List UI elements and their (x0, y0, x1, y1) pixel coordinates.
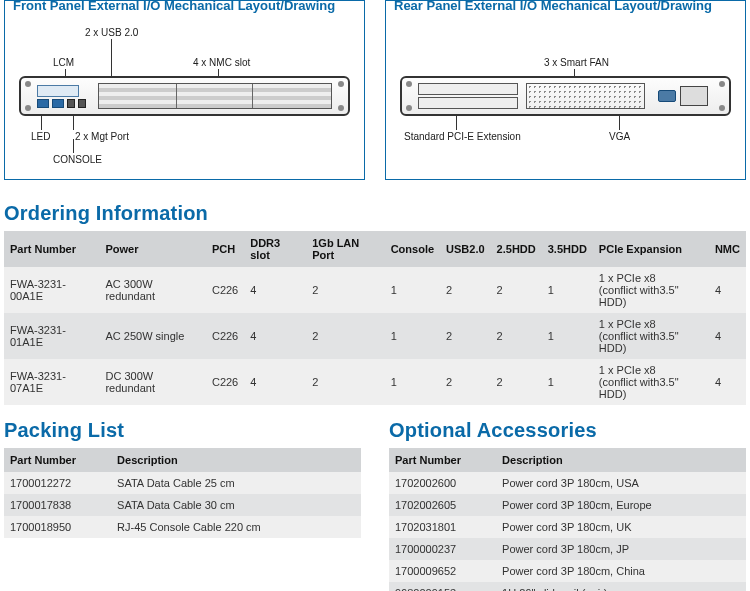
label-usb: 2 x USB 2.0 (85, 27, 138, 38)
ordering-cell: FWA-3231-01A1E (4, 313, 99, 359)
ordering-cell: 1 (542, 313, 593, 359)
accessories-cell: Power cord 3P 180cm, USA (496, 472, 746, 494)
label-led: LED (31, 131, 50, 142)
ordering-cell: C226 (206, 313, 244, 359)
table-row: 1700018950RJ-45 Console Cable 220 cm (4, 516, 361, 538)
ordering-cell: 2 (306, 359, 384, 405)
label-mgt: 2 x Mgt Port (75, 131, 129, 142)
fan-area-icon (526, 83, 645, 109)
screw-icon (406, 105, 412, 111)
col-header: Part Number (389, 448, 496, 472)
ordering-cell: 2 (491, 313, 542, 359)
screw-icon (338, 81, 344, 87)
ordering-cell: 4 (709, 313, 746, 359)
ordering-cell: FWA-3231-00A1E (4, 267, 99, 313)
usb-port-icon (78, 99, 86, 108)
packing-table: Part NumberDescription 1700012272SATA Da… (4, 448, 361, 538)
ordering-cell: 4 (244, 359, 306, 405)
ordering-cell: 2 (306, 313, 384, 359)
mgmt-port-icon (37, 99, 49, 108)
ordering-cell: 4 (709, 267, 746, 313)
accessories-cell: 1702002605 (389, 494, 496, 516)
ordering-cell: C226 (206, 359, 244, 405)
packing-cell: SATA Data Cable 30 cm (111, 494, 361, 516)
callout-line (73, 139, 74, 153)
accessories-cell: 1700009652 (389, 560, 496, 582)
accessories-cell: Power cord 3P 180cm, JP (496, 538, 746, 560)
nmc-slots-icon (98, 83, 332, 109)
table-row: 1700000237Power cord 3P 180cm, JP (389, 538, 746, 560)
ordering-cell: AC 250W single (99, 313, 205, 359)
table-row: FWA-3231-01A1EAC 250W singleC2264212211 … (4, 313, 746, 359)
packing-cell: 1700017838 (4, 494, 111, 516)
col-header: DDR3 slot (244, 231, 306, 267)
mgmt-port-icon (52, 99, 64, 108)
packing-cell: SATA Data Cable 25 cm (111, 472, 361, 494)
callout-line (111, 39, 112, 77)
screw-icon (338, 105, 344, 111)
col-header: Part Number (4, 231, 99, 267)
table-row: FWA-3231-07A1EDC 300W redundantC22642122… (4, 359, 746, 405)
ordering-cell: 1 (385, 359, 440, 405)
packing-heading: Packing List (4, 419, 365, 442)
ordering-heading: Ordering Information (4, 202, 750, 225)
accessories-cell: 1702031801 (389, 516, 496, 538)
rear-right-ports (653, 83, 713, 109)
rear-panel-box: Rear Panel External I/O Mechanical Layou… (385, 0, 746, 180)
ordering-cell: 2 (306, 267, 384, 313)
ordering-cell: 1 x PCIe x8(conflict with3.5" HDD) (593, 313, 709, 359)
ordering-cell: 4 (244, 267, 306, 313)
packing-cell: 1700012272 (4, 472, 111, 494)
pcie-slots (418, 83, 518, 109)
col-header: 2.5HDD (491, 231, 542, 267)
callout-line (41, 116, 42, 130)
accessories-cell: Power cord 3P 180cm, UK (496, 516, 746, 538)
accessories-cell: Power cord 3P 180cm, China (496, 560, 746, 582)
table-row: 1702031801Power cord 3P 180cm, UK (389, 516, 746, 538)
ordering-cell: 2 (440, 359, 491, 405)
packing-cell: 1700018950 (4, 516, 111, 538)
accessories-cell: 1702002600 (389, 472, 496, 494)
ordering-cell: 1 (385, 313, 440, 359)
screw-icon (25, 81, 31, 87)
ordering-cell: 2 (491, 267, 542, 313)
ordering-cell: 2 (491, 359, 542, 405)
ordering-cell: AC 300W redundant (99, 267, 205, 313)
screw-icon (719, 81, 725, 87)
ordering-cell: 4 (709, 359, 746, 405)
col-header: 3.5HDD (542, 231, 593, 267)
pcie-slot-icon (418, 97, 518, 109)
label-nmc: 4 x NMC slot (193, 57, 250, 68)
callout-line (456, 116, 457, 130)
accessories-cell: 9680009153 (389, 582, 496, 591)
col-header: PCIe Expansion (593, 231, 709, 267)
rear-panel-title: Rear Panel External I/O Mechanical Layou… (394, 0, 737, 13)
callout-line (619, 116, 620, 130)
table-row: 1700017838SATA Data Cable 30 cm (4, 494, 361, 516)
ordering-cell: C226 (206, 267, 244, 313)
table-row: 1702002605Power cord 3P 180cm, Europe (389, 494, 746, 516)
psu-icon (680, 86, 708, 106)
screw-icon (406, 81, 412, 87)
ordering-cell: 2 (440, 313, 491, 359)
pcie-slot-icon (418, 83, 518, 95)
ordering-cell: 1 x PCIe x8(conflict with3.5" HDD) (593, 359, 709, 405)
ordering-cell: 1 (542, 359, 593, 405)
screw-icon (25, 105, 31, 111)
panel-diagrams-row: Front Panel External I/O Mechanical Layo… (0, 0, 750, 188)
accessories-table: Part NumberDescription 1702002600Power c… (389, 448, 746, 591)
front-chassis (19, 76, 350, 116)
col-header: NMC (709, 231, 746, 267)
rear-chassis (400, 76, 731, 116)
accessories-cell: 1U 26" slide rail (pair) (496, 582, 746, 591)
ordering-cell: 1 (385, 267, 440, 313)
screw-icon (719, 105, 725, 111)
front-panel-title: Front Panel External I/O Mechanical Layo… (13, 0, 356, 13)
front-left-ports (37, 85, 86, 108)
rear-panel-diagram: 3 x Smart FAN Standard PCI-E Exte (394, 21, 737, 166)
table-row: 96800091531U 26" slide rail (pair) (389, 582, 746, 591)
ordering-cell: 4 (244, 313, 306, 359)
front-panel-box: Front Panel External I/O Mechanical Layo… (4, 0, 365, 180)
usb-port-icon (67, 99, 75, 108)
callout-line (73, 116, 74, 130)
